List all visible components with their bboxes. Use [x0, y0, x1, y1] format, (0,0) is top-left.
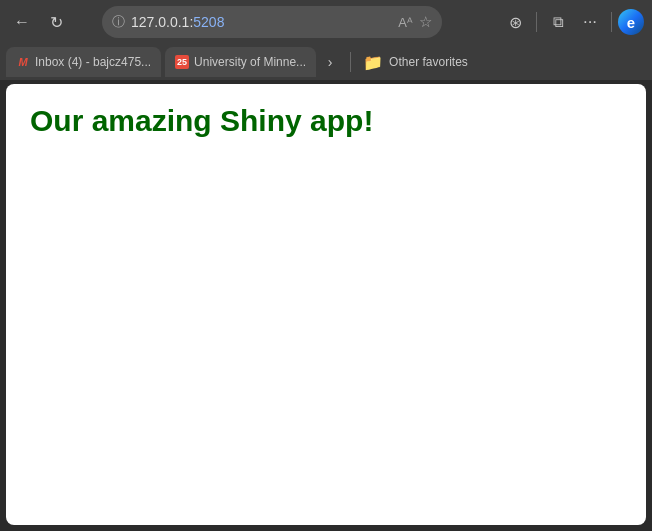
extensions-icon: ⊛ — [509, 13, 522, 32]
tab-canvas-label: University of Minne... — [194, 55, 306, 69]
content-area: Our amazing Shiny app! — [6, 84, 646, 525]
toolbar-divider-2 — [611, 12, 612, 32]
tabs-chevron-button[interactable]: › — [316, 48, 344, 76]
tabs-bar: M Inbox (4) - bajcz475... 25 University … — [0, 44, 652, 80]
toolbar-divider-1 — [536, 12, 537, 32]
gmail-favicon: M — [16, 55, 30, 69]
splitscreen-icon: ⧉ — [553, 13, 564, 31]
read-aloud-icon[interactable]: Aᴬ — [398, 15, 413, 30]
refresh-button[interactable]: ↻ — [42, 8, 70, 36]
more-button[interactable]: ··· — [575, 7, 605, 37]
info-icon: ⓘ — [112, 13, 125, 31]
more-icon: ··· — [583, 12, 597, 32]
splitscreen-button[interactable]: ⧉ — [543, 7, 573, 37]
url-port: 5208 — [193, 14, 224, 30]
tabs-separator — [350, 52, 351, 72]
tab-canvas[interactable]: 25 University of Minne... — [165, 47, 316, 77]
tab-gmail-label: Inbox (4) - bajcz475... — [35, 55, 151, 69]
tab-gmail[interactable]: M Inbox (4) - bajcz475... — [6, 47, 161, 77]
refresh-icon: ↻ — [50, 13, 63, 32]
canvas-favicon: 25 — [175, 55, 189, 69]
page-heading: Our amazing Shiny app! — [30, 104, 622, 138]
folder-icon: 📁 — [363, 53, 383, 72]
toolbar-icons: ⊛ ⧉ ··· e — [500, 7, 644, 37]
url-text: 127.0.0.1:5208 — [131, 14, 392, 30]
url-host: 127.0.0.1: — [131, 14, 193, 30]
top-bar: ← ↻ ⓘ 127.0.0.1:5208 Aᴬ ☆ ⊛ ⧉ ··· — [0, 0, 652, 44]
browser-chrome: ← ↻ ⓘ 127.0.0.1:5208 Aᴬ ☆ ⊛ ⧉ ··· — [0, 0, 652, 80]
edge-profile-icon[interactable]: e — [618, 9, 644, 35]
address-bar[interactable]: ⓘ 127.0.0.1:5208 Aᴬ ☆ — [102, 6, 442, 38]
back-icon: ← — [14, 13, 30, 31]
back-button[interactable]: ← — [8, 8, 36, 36]
edge-logo: e — [627, 14, 635, 31]
favorites-section: 📁 Other favorites — [357, 53, 474, 72]
extensions-button[interactable]: ⊛ — [500, 7, 530, 37]
other-favorites-label[interactable]: Other favorites — [389, 55, 468, 69]
favorite-star-icon[interactable]: ☆ — [419, 13, 432, 31]
